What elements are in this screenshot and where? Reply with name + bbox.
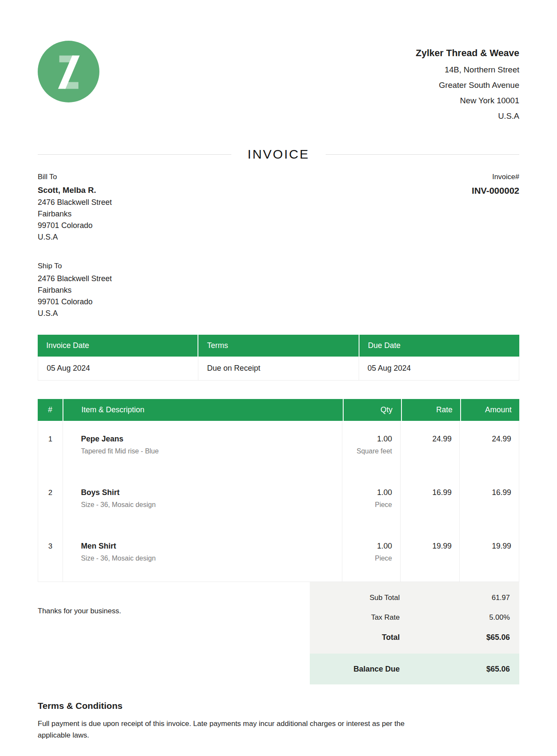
item-rate: 24.99 — [401, 421, 460, 474]
bill-to-address-line: 99701 Colorado — [38, 220, 112, 231]
balance-due-row: Balance Due $65.06 — [310, 654, 519, 684]
invoice-date-value: 05 Aug 2024 — [38, 357, 198, 380]
total-row: Total $65.06 — [319, 627, 510, 648]
col-header-amount: Amount — [460, 399, 519, 421]
terms-value: Due on Receipt — [198, 357, 358, 380]
line-items-table: # Item & Description Qty Rate Amount 1 P… — [38, 399, 519, 582]
item-qty-cell: 1.00 Square feet — [342, 421, 401, 474]
item-name: Pepe Jeans — [81, 435, 333, 444]
table-row: 1 Pepe Jeans Tapered fit Mid rise - Blue… — [38, 421, 519, 474]
invoice-number-label: Invoice# — [472, 172, 519, 182]
totals-section: Thanks for your business. Sub Total 61.9… — [38, 582, 519, 684]
dates-table-header: Invoice Date Terms Due Date — [38, 335, 519, 357]
col-header-item-description: Item & Description — [63, 399, 343, 421]
company-address-line: 14B, Northern Street — [416, 62, 519, 78]
item-number: 1 — [38, 421, 63, 474]
company-address-line: Greater South Avenue — [416, 78, 519, 93]
item-description: Size - 36, Mosaic design — [81, 555, 333, 562]
item-unit: Piece — [342, 555, 392, 562]
dates-table-values: 05 Aug 2024 Due on Receipt 05 Aug 2024 — [38, 357, 519, 381]
invoice-number-block: Invoice# INV-000002 — [472, 172, 519, 243]
title-rule-left — [38, 154, 231, 155]
title-row: INVOICE — [38, 147, 519, 162]
col-header-qty: Qty — [343, 399, 401, 421]
ship-to-address-line: Fairbanks — [38, 285, 519, 296]
item-cell: Pepe Jeans Tapered fit Mid rise - Blue — [63, 421, 342, 474]
bill-to-address-line: 2476 Blackwell Street — [38, 197, 112, 208]
terms-text-line: applicable laws. — [38, 729, 519, 741]
thanks-note: Thanks for your business. — [38, 607, 310, 615]
bill-to-address-line: U.S.A — [38, 231, 112, 243]
items-table-header: # Item & Description Qty Rate Amount — [38, 399, 519, 421]
ship-to-address-line: 2476 Blackwell Street — [38, 273, 519, 285]
invoice-number: INV-000002 — [472, 186, 519, 196]
item-number: 3 — [38, 528, 63, 582]
due-date-value: 05 Aug 2024 — [359, 357, 519, 380]
ship-to-block: Ship To 2476 Blackwell Street Fairbanks … — [38, 261, 519, 319]
tax-rate-row: Tax Rate 5.00% — [319, 608, 510, 627]
col-header-number: # — [38, 399, 63, 421]
terms-and-conditions: Terms & Conditions Full payment is due u… — [38, 701, 519, 741]
bill-to-address-line: Fairbanks — [38, 208, 112, 220]
item-number: 2 — [38, 474, 63, 528]
table-row: 2 Boys Shirt Size - 36, Mosaic design 1.… — [38, 474, 519, 528]
invoice-date-header: Invoice Date — [38, 335, 198, 357]
item-amount: 16.99 — [460, 474, 519, 528]
item-amount: 24.99 — [460, 421, 519, 474]
company-address-line: U.S.A — [416, 108, 519, 124]
item-cell: Boys Shirt Size - 36, Mosaic design — [63, 474, 342, 528]
item-qty-cell: 1.00 Piece — [342, 528, 401, 582]
subtotal-row: Sub Total 61.97 — [319, 588, 510, 608]
item-qty: 1.00 — [342, 488, 392, 497]
item-cell: Men Shirt Size - 36, Mosaic design — [63, 528, 342, 582]
company-block: Zylker Thread & Weave 14B, Northern Stre… — [416, 46, 519, 124]
tax-rate-value: 5.00% — [400, 613, 510, 622]
items-table-body: 1 Pepe Jeans Tapered fit Mid rise - Blue… — [38, 421, 519, 582]
subtotal-label: Sub Total — [369, 594, 400, 602]
item-unit: Piece — [342, 501, 392, 509]
subtotal-value: 61.97 — [400, 594, 510, 602]
title-rule-right — [326, 154, 519, 155]
item-description: Tapered fit Mid rise - Blue — [81, 447, 333, 455]
page-title: INVOICE — [248, 147, 309, 162]
balance-due-value: $65.06 — [400, 665, 510, 674]
item-qty: 1.00 — [342, 435, 392, 444]
item-description: Size - 36, Mosaic design — [81, 501, 333, 509]
terms-header: Terms — [198, 335, 358, 357]
bill-to-block: Bill To Scott, Melba R. 2476 Blackwell S… — [38, 172, 112, 243]
totals-box: Sub Total 61.97 Tax Rate 5.00% Total $65… — [310, 582, 519, 684]
item-amount: 19.99 — [460, 528, 519, 582]
tax-rate-label: Tax Rate — [371, 613, 400, 622]
company-logo — [38, 41, 99, 102]
bill-to-label: Bill To — [38, 172, 112, 182]
col-header-rate: Rate — [401, 399, 460, 421]
item-qty-cell: 1.00 Piece — [342, 474, 401, 528]
item-name: Men Shirt — [81, 542, 333, 551]
bill-to-name: Scott, Melba R. — [38, 184, 112, 197]
item-name: Boys Shirt — [81, 488, 333, 497]
total-label: Total — [382, 633, 400, 642]
item-unit: Square feet — [342, 447, 392, 455]
invoice-dates-table: Invoice Date Terms Due Date 05 Aug 2024 … — [38, 335, 519, 381]
meta-row: Bill To Scott, Melba R. 2476 Blackwell S… — [38, 172, 519, 243]
company-address-line: New York 10001 — [416, 93, 519, 108]
balance-due-label: Balance Due — [353, 665, 400, 674]
invoice-header: Zylker Thread & Weave 14B, Northern Stre… — [38, 41, 519, 124]
terms-text-line: Full payment is due upon receipt of this… — [38, 718, 519, 729]
terms-heading: Terms & Conditions — [38, 701, 519, 711]
item-rate: 16.99 — [401, 474, 460, 528]
ship-to-address-line: 99701 Colorado — [38, 296, 519, 308]
totals-main: Sub Total 61.97 Tax Rate 5.00% Total $65… — [310, 582, 519, 654]
ship-to-label: Ship To — [38, 261, 519, 271]
company-name: Zylker Thread & Weave — [416, 46, 519, 60]
due-date-header: Due Date — [359, 335, 519, 357]
table-row: 3 Men Shirt Size - 36, Mosaic design 1.0… — [38, 528, 519, 582]
item-rate: 19.99 — [401, 528, 460, 582]
item-qty: 1.00 — [342, 542, 392, 551]
ship-to-address-line: U.S.A — [38, 308, 519, 319]
total-value: $65.06 — [400, 633, 510, 642]
